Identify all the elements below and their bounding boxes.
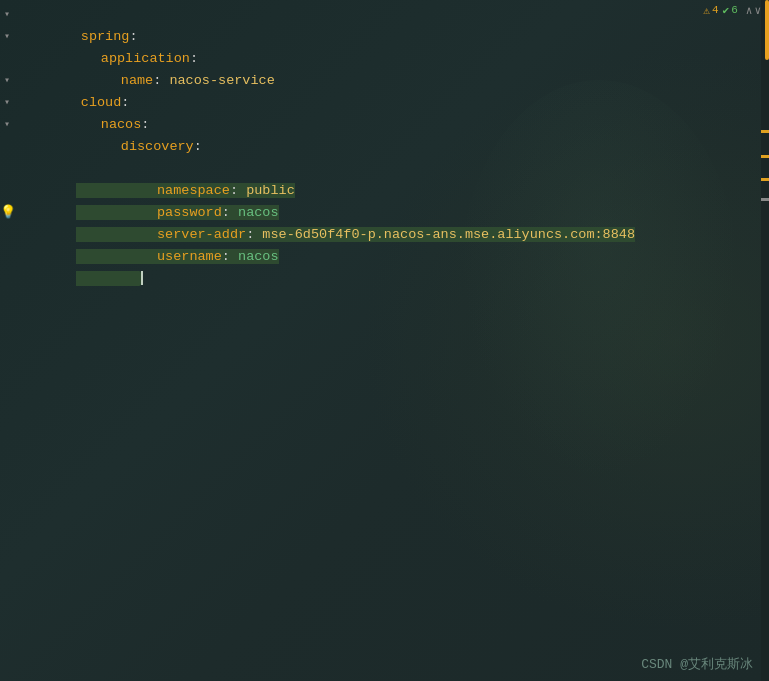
warning-count: 4 bbox=[712, 4, 719, 16]
scrollbar[interactable] bbox=[761, 0, 769, 681]
highlight-username: username: nacos bbox=[76, 249, 279, 286]
text-cursor bbox=[141, 271, 143, 285]
line-gutter-2: ▾ bbox=[0, 26, 16, 48]
top-bar: ⚠ 4 ✔ 6 ∧ ∨ bbox=[703, 0, 769, 20]
line-content-10: username: nacos bbox=[16, 202, 761, 312]
line-7: namespace: public bbox=[0, 136, 761, 158]
scrollbar-mark-1 bbox=[761, 130, 769, 133]
bulb-icon[interactable]: 💡 bbox=[0, 202, 16, 224]
line-1: ▾ spring: bbox=[0, 4, 761, 26]
key-username: username bbox=[157, 249, 222, 264]
collapse-arrow-4[interactable]: ▾ bbox=[4, 70, 10, 92]
line-5: ▾ nacos: bbox=[0, 92, 761, 114]
line-3: name: nacos-service bbox=[0, 48, 761, 70]
check-badge: ✔ 6 bbox=[723, 4, 738, 17]
warning-icon: ⚠ bbox=[703, 4, 710, 17]
line-gutter-5: ▾ bbox=[0, 92, 16, 114]
editor-container: ⚠ 4 ✔ 6 ∧ ∨ ▾ spring: ▾ app bbox=[0, 0, 769, 681]
line-gutter-10: 💡 bbox=[0, 202, 16, 224]
arrow-up-button[interactable]: ∧ bbox=[746, 4, 753, 17]
line-10: 💡 username: nacos bbox=[0, 202, 761, 224]
collapse-arrow-2[interactable]: ▾ bbox=[4, 26, 10, 48]
scrollbar-mark-3 bbox=[761, 178, 769, 181]
warning-badge: ⚠ 4 bbox=[703, 4, 718, 17]
watermark-text: CSDN @艾利克斯冰 bbox=[641, 657, 753, 672]
line-gutter-1: ▾ bbox=[0, 4, 16, 26]
check-count: 6 bbox=[731, 4, 738, 16]
check-icon: ✔ bbox=[723, 4, 730, 17]
val-username-nacos: nacos bbox=[238, 249, 279, 264]
collapse-arrow-5[interactable]: ▾ bbox=[4, 92, 10, 114]
scrollbar-mark-2 bbox=[761, 155, 769, 158]
line-6: ▾ discovery: bbox=[0, 114, 761, 136]
code-area: ▾ spring: ▾ application: name: nacos-ser… bbox=[0, 0, 761, 228]
collapse-arrow-6[interactable]: ▾ bbox=[4, 114, 10, 136]
line-2: ▾ application: bbox=[0, 26, 761, 48]
line-8: password: nacos bbox=[0, 158, 761, 180]
line-gutter-6: ▾ bbox=[0, 114, 16, 136]
line-gutter-4: ▾ bbox=[0, 70, 16, 92]
line-4: ▾ cloud: bbox=[0, 70, 761, 92]
collapse-arrow-1[interactable]: ▾ bbox=[4, 4, 10, 26]
scrollbar-mark-4 bbox=[761, 198, 769, 201]
watermark: CSDN @艾利克斯冰 bbox=[641, 655, 753, 673]
navigation-arrows: ∧ ∨ bbox=[746, 4, 761, 17]
arrow-down-button[interactable]: ∨ bbox=[754, 4, 761, 17]
line-9: server-addr: mse-6d50f4f0-p.nacos-ans.ms… bbox=[0, 180, 761, 202]
